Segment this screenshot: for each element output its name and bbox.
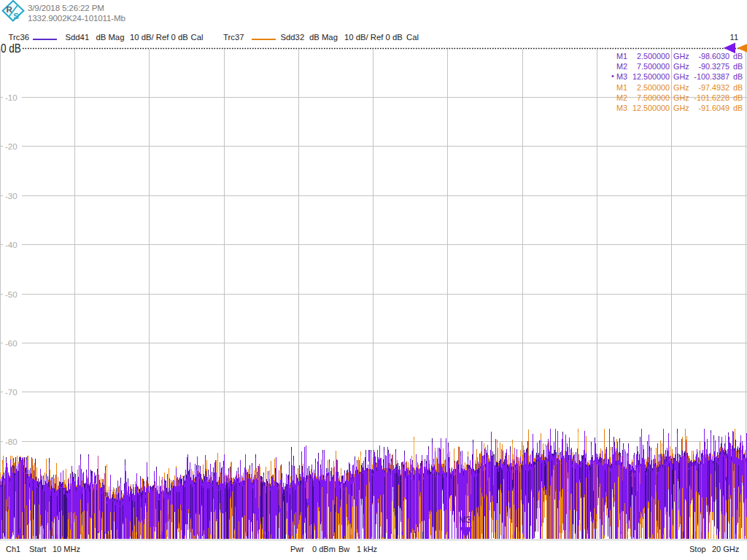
svg-text:-20: -20	[5, 142, 18, 151]
svg-text:-70: -70	[5, 388, 18, 397]
svg-text:S: S	[13, 12, 19, 20]
svg-text:-80: -80	[5, 438, 18, 446]
svg-text:R: R	[7, 5, 13, 14]
svg-text:M3: M3	[459, 515, 471, 525]
svg-text:-50: -50	[5, 290, 18, 299]
svg-text:-40: -40	[5, 241, 18, 249]
svg-text:-30: -30	[5, 192, 18, 201]
svg-text:-60: -60	[5, 339, 18, 348]
